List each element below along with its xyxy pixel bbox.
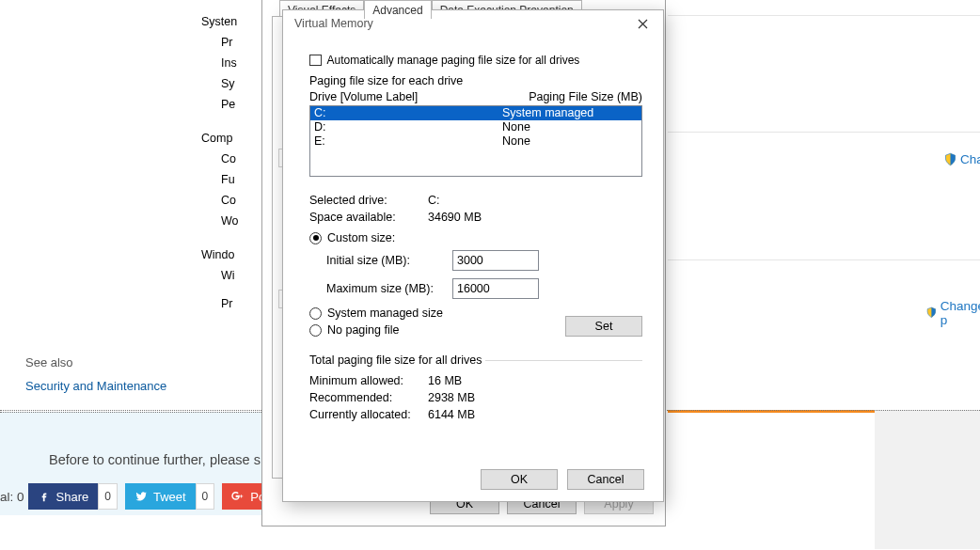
- totals-legend: Total paging file size for all drives: [309, 354, 485, 367]
- radio-icon: [309, 232, 322, 244]
- bg-label: Fu: [221, 173, 235, 186]
- social-row: al: 0 Share 0 Tweet 0 Post: [0, 483, 284, 510]
- space-available-row: Space available: 34690 MB: [309, 211, 642, 224]
- bg-label: Comp: [201, 132, 232, 145]
- bg-label: Pr: [221, 36, 233, 49]
- drive-name: C:: [314, 106, 502, 120]
- selected-drive-value: C:: [428, 194, 440, 207]
- no-paging-label: No paging file: [327, 323, 399, 337]
- banner-message: Before to continue further, please sh: [49, 452, 268, 467]
- recommended-label: Recommended:: [309, 391, 428, 404]
- space-available-label: Space available:: [309, 211, 428, 224]
- bg-label: Co: [221, 152, 236, 165]
- initial-size-label: Initial size (MB):: [326, 254, 452, 267]
- dialog-title: Virtual Memory: [294, 17, 373, 30]
- drive-name: D:: [314, 120, 502, 134]
- bg-label: Sy: [221, 77, 235, 90]
- drive-row[interactable]: E: None: [310, 134, 641, 149]
- cancel-button[interactable]: Cancel: [567, 469, 644, 490]
- separator: [668, 15, 980, 16]
- tab-advanced[interactable]: Advanced: [364, 0, 431, 19]
- change-link-text: Chang: [960, 152, 980, 166]
- auto-manage-row[interactable]: Automatically manage paging file size fo…: [309, 54, 642, 67]
- ok-button[interactable]: OK: [481, 469, 558, 490]
- initial-size-row: Initial size (MB):: [326, 250, 642, 271]
- change-link[interactable]: Chang: [943, 152, 980, 166]
- bg-label: Ins: [221, 56, 237, 70]
- max-size-row: Maximum size (MB):: [326, 278, 642, 299]
- see-also-label: See also: [25, 355, 166, 369]
- dialog-button-row: OK Cancel: [481, 469, 644, 490]
- hdr-size: Paging File Size (MB): [529, 90, 642, 103]
- totals-group: Total paging file size for all drives Mi…: [309, 354, 642, 421]
- recommended-row: Recommended: 2938 MB: [309, 391, 642, 404]
- twitter-tweet-button[interactable]: Tweet: [125, 483, 196, 510]
- drive-size: None: [502, 120, 530, 134]
- bg-label: Wi: [221, 269, 235, 282]
- radio-icon: [309, 307, 322, 320]
- total-label: al: 0: [0, 490, 24, 504]
- bg-label: Windo: [201, 248, 234, 261]
- drive-size: None: [502, 134, 530, 149]
- space-available-value: 34690 MB: [428, 211, 482, 224]
- drive-list-headers: Drive [Volume Label] Paging File Size (M…: [309, 90, 642, 103]
- custom-size-label: Custom size:: [327, 231, 395, 244]
- auto-manage-label: Automatically manage paging file size fo…: [327, 54, 580, 67]
- separator: [668, 132, 980, 133]
- current-row: Currently allocated: 6144 MB: [309, 408, 642, 421]
- bg-label: Co: [221, 194, 236, 207]
- radio-icon: [309, 324, 322, 337]
- system-managed-label: System managed size: [327, 306, 443, 320]
- close-icon: [638, 19, 648, 29]
- set-button[interactable]: Set: [565, 316, 642, 337]
- auto-manage-checkbox[interactable]: [309, 55, 322, 67]
- bg-label: Systen: [201, 15, 237, 28]
- shield-icon: [925, 306, 938, 321]
- max-size-label: Maximum size (MB):: [326, 282, 452, 295]
- initial-size-input[interactable]: [452, 250, 539, 271]
- change-product-link[interactable]: Change p: [925, 299, 980, 327]
- min-allowed-label: Minimum allowed:: [309, 374, 428, 387]
- security-maintenance-link[interactable]: Security and Maintenance: [25, 379, 166, 393]
- max-size-input[interactable]: [452, 278, 539, 299]
- drive-row[interactable]: C: System managed: [310, 106, 641, 120]
- selected-drive-row: Selected drive: C:: [309, 194, 642, 207]
- selected-drive-label: Selected drive:: [309, 194, 428, 207]
- shield-icon: [943, 152, 957, 166]
- see-also-block: See also Security and Maintenance: [25, 355, 166, 393]
- drive-size: System managed: [502, 106, 593, 120]
- tweet-count: 0: [196, 483, 215, 510]
- close-button[interactable]: [625, 12, 659, 35]
- separator: [668, 259, 980, 260]
- dialog-body: Automatically manage paging file size fo…: [283, 37, 663, 431]
- bg-label: Pr: [221, 297, 233, 310]
- share-label: Share: [56, 490, 89, 504]
- virtual-memory-dialog: Virtual Memory Automatically manage pagi…: [282, 9, 664, 502]
- tweet-label: Tweet: [153, 490, 186, 504]
- recommended-value: 2938 MB: [428, 391, 475, 404]
- drive-list[interactable]: C: System managed D: None E: None: [309, 105, 642, 177]
- drive-name: E:: [314, 134, 502, 149]
- google-plus-icon: [231, 490, 245, 503]
- min-allowed-row: Minimum allowed: 16 MB: [309, 374, 642, 387]
- drives-group-label: Paging file size for each drive: [309, 74, 642, 87]
- current-value: 6144 MB: [428, 408, 475, 421]
- custom-size-radio[interactable]: Custom size:: [309, 231, 642, 244]
- sidebar-bg: [875, 410, 980, 549]
- twitter-icon: [134, 490, 148, 503]
- bg-label: Pe: [221, 98, 235, 111]
- share-count: 0: [98, 483, 118, 510]
- change-product-link-text: Change p: [940, 299, 980, 327]
- facebook-share-button[interactable]: Share: [28, 483, 99, 510]
- min-allowed-value: 16 MB: [428, 374, 462, 387]
- current-label: Currently allocated:: [309, 408, 428, 421]
- drive-row[interactable]: D: None: [310, 120, 641, 134]
- facebook-icon: [38, 490, 51, 503]
- hdr-drive: Drive [Volume Label]: [309, 90, 418, 103]
- dialog-title-bar: Virtual Memory: [283, 10, 663, 37]
- bg-label: Wo: [221, 214, 239, 228]
